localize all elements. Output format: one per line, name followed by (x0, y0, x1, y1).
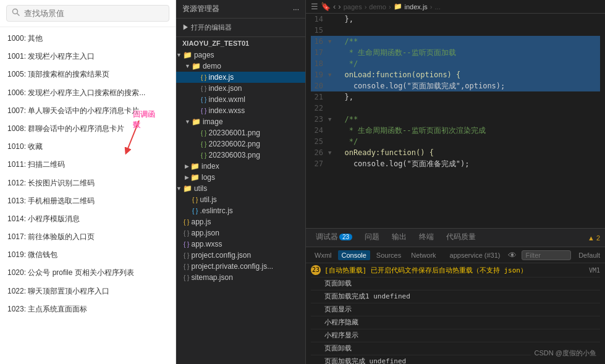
left-panel: 1000: 其他1001: 发现栏小程序主入口1005: 顶部搜索框的搜索结果页… (0, 0, 176, 364)
filter-input[interactable] (526, 252, 567, 259)
tree-item-app-wxss[interactable]: { }app.wxss (176, 239, 305, 250)
tree-item-app-json[interactable]: { }app.json (176, 227, 305, 239)
list-item[interactable]: 1010: 收藏 (0, 138, 176, 156)
bc-more: ... (435, 3, 441, 11)
list-item[interactable]: 1020: 公众号 profile 页相关小程序列表 (0, 264, 176, 282)
console-line: 小程序隐藏 (311, 316, 600, 329)
tree-item-project-private-config-js---[interactable]: { }project.private.config.js... (176, 261, 305, 272)
tree-item-index[interactable]: ▶📁index (176, 161, 305, 172)
devtools-panel: 调试器23问题输出终端代码质量▲ 2 WxmlConsoleSourcesNet… (306, 228, 605, 364)
watermark: CSDN @度假的小鱼 (531, 347, 600, 359)
console-line: 页面显示 (311, 303, 600, 316)
code-line: 16▼ /** (311, 36, 600, 47)
warn-badge: ▲ 2 (588, 234, 600, 242)
console-line: 页面加载完成1 undefined (311, 290, 600, 303)
code-line: 23▼ /** (311, 114, 600, 125)
tree-item--eslintrc-js[interactable]: { }.eslintrc.js (176, 205, 305, 216)
open-editors-section: ▶ 打开的编辑器 (176, 19, 305, 37)
list-item[interactable]: 1007: 单人聊天会话中的小程序消息卡片 (0, 102, 176, 120)
bookmark-icon[interactable]: 🔖 (321, 2, 331, 11)
devtools-tab-问题[interactable]: 问题 (360, 229, 384, 246)
list-item[interactable]: 1008: 群聊会话中的小程序消息卡片 (0, 120, 176, 138)
search-input-wrapper[interactable] (6, 5, 169, 22)
list-item[interactable]: 1017: 前往体验版的入口页 (0, 228, 176, 246)
list-item[interactable]: 1022: 聊天顶部置顶小程序入口 (0, 282, 176, 300)
tree-item-index-js[interactable]: { }index.js (176, 72, 305, 83)
tree-item-logs[interactable]: ▶📁logs (176, 172, 305, 183)
code-content: 14 },15 16▼ /**17 * 生命周期函数--监听页面加载18 */1… (306, 14, 605, 228)
open-editors-text: ▶ 打开的编辑器 (182, 23, 232, 32)
devtools-tab-调试器[interactable]: 调试器23 (311, 229, 357, 246)
forward-icon[interactable]: › (338, 2, 341, 11)
file-explorer: 资源管理器 ··· ▶ 打开的编辑器 XIAOYU_ZF_TEST01 ▼📁pa… (176, 0, 306, 364)
list-item[interactable]: 1023: 主点系统直面面标 (0, 300, 176, 318)
search-input[interactable] (24, 9, 164, 18)
bc-sep2: demo (369, 3, 386, 11)
code-line: 18 */ (311, 58, 600, 69)
devtools-tabs: 调试器23问题输出终端代码质量▲ 2 (306, 229, 605, 247)
list-item[interactable]: 1011: 扫描二维码 (0, 156, 176, 174)
search-box (0, 0, 176, 27)
devtools-tab-终端[interactable]: 终端 (414, 229, 439, 246)
code-line: 20 console.log("页面加载完成",options); (311, 80, 600, 91)
list-item[interactable]: 1001: 发现栏小程序主入口 (0, 48, 176, 66)
console-tab-sources[interactable]: Sources (373, 250, 405, 260)
code-line: 15 (311, 25, 600, 36)
tree-item-app-js[interactable]: { }app.js (176, 216, 305, 227)
list-item[interactable]: 1006: 发现栏小程序主入口搜索框的搜索... (0, 84, 176, 102)
console-tab-wxml[interactable]: Wxml (311, 250, 336, 260)
code-line: 25 */ (311, 136, 600, 147)
code-line: 24 * 生命周期函数--监听页面初次渲染完成 (311, 125, 600, 136)
console-line: 页面卸载 (311, 277, 600, 290)
list-item[interactable]: 1019: 微信钱包 (0, 246, 176, 264)
open-editors-label[interactable]: ▶ 打开的编辑器 (176, 21, 305, 34)
code-editor: ☰ 🔖 ‹ › pages › demo › 📁 index.js › ... … (306, 0, 605, 228)
tree-item-demo[interactable]: ▼📁demo (176, 61, 305, 72)
code-line: 27 console.log("页面准备完成"); (311, 158, 600, 169)
search-icon (12, 8, 20, 19)
explorer-more-button[interactable]: ··· (293, 5, 299, 14)
bc-arrow3: › (430, 3, 433, 11)
console-tab-console[interactable]: Console (338, 250, 370, 260)
bc-arrow1: › (365, 3, 367, 11)
list-item[interactable]: 1005: 顶部搜索框的搜索结果页 (0, 66, 176, 83)
filter-input-wrapper[interactable] (522, 250, 572, 260)
tree-item-utils[interactable]: ▼📁utils (176, 183, 305, 194)
tree-item-index-wxml[interactable]: { }index.wxml (176, 94, 305, 105)
scene-list: 1000: 其他1001: 发现栏小程序主入口1005: 顶部搜索框的搜索结果页… (0, 27, 176, 364)
console-tab-network[interactable]: Network (407, 250, 439, 260)
tree-item-pages[interactable]: ▼📁pages (176, 49, 305, 61)
list-item[interactable]: 1012: 长按图片识别二维码 (0, 174, 176, 192)
svg-line-1 (17, 14, 20, 16)
code-line: 17 * 生命周期函数--监听页面加载 (311, 47, 600, 58)
menu-icon[interactable]: ☰ (311, 2, 318, 11)
appservice-label: appservice (#31) (450, 252, 501, 259)
tree-item-sitemap-json[interactable]: { }sitemap.json (176, 272, 305, 283)
tree-item-index-wxss[interactable]: { }index.wxss (176, 105, 305, 116)
tree-item-202306002-png[interactable]: { }202306002.png (176, 138, 305, 150)
tree-item-202306001-png[interactable]: { }202306001.png (176, 127, 305, 138)
code-line: 21 }, (311, 91, 600, 103)
code-line: 22 (311, 103, 600, 114)
code-lines[interactable]: 14 },15 16▼ /**17 * 生命周期函数--监听页面加载18 */1… (306, 14, 605, 228)
file-tree: ▼📁pages▼📁demo{ }index.js{ }index.json{ }… (176, 49, 305, 364)
root-label: XIAOYU_ZF_TEST01 (176, 37, 305, 49)
tree-item-util-js[interactable]: { }util.js (176, 194, 305, 205)
eye-icon[interactable]: 👁 (508, 250, 517, 260)
editor-breadcrumb: ☰ 🔖 ‹ › pages › demo › 📁 index.js › ... (306, 0, 605, 14)
devtools-tab-代码质量[interactable]: 代码质量 (441, 229, 481, 246)
list-item[interactable]: 1000: 其他 (0, 30, 176, 48)
tree-item-project-config-json[interactable]: { }project.config.json (176, 250, 305, 261)
right-panel: ☰ 🔖 ‹ › pages › demo › 📁 index.js › ... … (306, 0, 605, 364)
explorer-header: 资源管理器 ··· (176, 0, 305, 19)
console-toolbar: WxmlConsoleSourcesNetworkappservice (#31… (306, 247, 605, 263)
back-icon[interactable]: ‹ (333, 2, 336, 11)
tree-item-index-json[interactable]: { }index.json (176, 83, 305, 94)
devtools-tab-输出[interactable]: 输出 (387, 229, 412, 246)
tree-item-202306003-png[interactable]: { }202306003.png (176, 150, 305, 161)
code-line: 19▼ onLoad:function(options) { (311, 69, 600, 80)
list-item[interactable]: 1014: 小程序模版消息 (0, 210, 176, 228)
list-item[interactable]: 1013: 手机相册选取二维码 (0, 192, 176, 210)
tree-item-image[interactable]: ▼📁image (176, 116, 305, 127)
code-line: 14 }, (311, 14, 600, 25)
